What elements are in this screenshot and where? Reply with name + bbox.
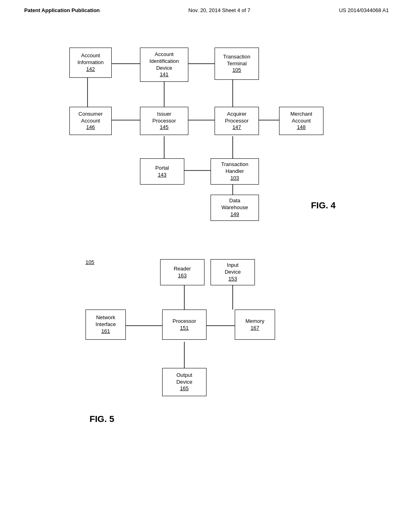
- output-device-box: Output Device 165: [162, 368, 206, 396]
- header-date: Nov. 20, 2014 Sheet 4 of 7: [188, 7, 250, 13]
- acquirer-processor-box: Acquirer Processor 147: [215, 107, 259, 135]
- memory-box: Memory 167: [235, 310, 275, 340]
- data-warehouse-box: Data Warehouse 149: [211, 195, 259, 221]
- issuer-processor-box: Issuer Processor 145: [140, 107, 188, 135]
- network-interface-box: Network Interface 161: [86, 310, 126, 340]
- fig5-diagram: 105 Reader 163 Input Device 153 Network …: [65, 247, 348, 416]
- input-device-box: Input Device 153: [211, 259, 255, 285]
- processor-box: Processor 151: [162, 310, 206, 340]
- transaction-terminal-box: Transaction Terminal 105: [215, 48, 259, 80]
- merchant-account-box: Merchant Account 148: [279, 107, 323, 135]
- consumer-account-box: Consumer Account 146: [69, 107, 112, 135]
- account-info-box: Account Information 142: [69, 48, 112, 78]
- fig4-diagram: Account Information 142 Account Identifi…: [65, 33, 348, 235]
- header-publication: Patent Application Publication: [24, 7, 100, 13]
- reader-box: Reader 163: [160, 259, 204, 285]
- portal-box: Portal 143: [140, 158, 184, 185]
- fig5-ref-label: 105: [86, 259, 94, 265]
- account-id-device-box: Account Identification Device 141: [140, 48, 188, 82]
- fig5-label: FIG. 5: [90, 414, 114, 424]
- page-header: Patent Application Publication Nov. 20, …: [0, 0, 413, 17]
- fig4-label: FIG. 4: [311, 200, 336, 211]
- header-patent: US 2014/0344068 A1: [339, 7, 389, 13]
- transaction-handler-box: Transaction Handler 103: [211, 158, 259, 185]
